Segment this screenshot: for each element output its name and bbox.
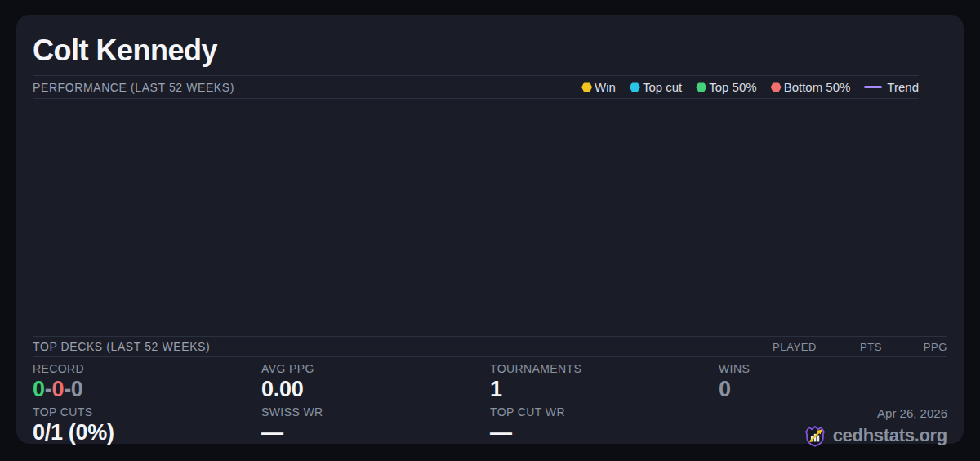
stat-top-cuts-label: TOP CUTS bbox=[33, 405, 261, 418]
performance-section-header: PERFORMANCE (LAST 52 WEEKS) Win Top cut … bbox=[33, 75, 919, 99]
card-date: Apr 26, 2026 bbox=[877, 406, 947, 420]
column-header-pts: PTS bbox=[817, 341, 882, 353]
column-header-ppg: PPG bbox=[882, 341, 947, 353]
performance-chart bbox=[33, 99, 947, 336]
stat-wins-label: WINS bbox=[719, 362, 947, 375]
legend-item-trend: Trend bbox=[864, 80, 919, 94]
brand-name: cedhstats.org bbox=[833, 425, 947, 446]
record-draws: 0 bbox=[71, 377, 83, 401]
stat-swiss-wr: SWISS WR — bbox=[261, 405, 490, 448]
legend-label-win: Win bbox=[595, 80, 616, 94]
stat-tournaments: TOURNAMENTS 1 bbox=[490, 362, 719, 405]
record-losses: 0 bbox=[51, 377, 64, 401]
player-name: Colt Kennedy bbox=[33, 33, 947, 68]
stat-avg-ppg-value: 0.00 bbox=[261, 377, 490, 402]
stat-record: RECORD 0-0-0 bbox=[33, 362, 261, 405]
legend-item-top-cut: Top cut bbox=[630, 80, 682, 94]
bottom-50-marker-icon bbox=[771, 82, 782, 92]
stat-record-label: RECORD bbox=[33, 362, 261, 375]
footer-branding: Apr 26, 2026 cedhstats.org bbox=[719, 405, 947, 448]
legend-item-top-50: Top 50% bbox=[696, 80, 756, 94]
legend-item-win: Win bbox=[581, 80, 616, 94]
top-50-marker-icon bbox=[696, 82, 706, 92]
cedhstats-shield-logo-icon bbox=[804, 424, 826, 447]
stat-swiss-wr-label: SWISS WR bbox=[261, 405, 490, 418]
stat-avg-ppg-label: AVG PPG bbox=[261, 362, 490, 375]
stat-wins-value: 0 bbox=[719, 377, 947, 402]
chart-legend: Win Top cut Top 50% Bottom 50% Trend bbox=[581, 80, 919, 94]
legend-label-top-50: Top 50% bbox=[709, 80, 756, 94]
top-cut-marker-icon bbox=[630, 82, 640, 92]
stat-swiss-wr-value: — bbox=[261, 420, 490, 445]
legend-label-bottom-50: Bottom 50% bbox=[784, 80, 851, 94]
legend-label-trend: Trend bbox=[887, 80, 919, 94]
player-stats-card: Colt Kennedy PERFORMANCE (LAST 52 WEEKS)… bbox=[16, 15, 964, 444]
trend-line-icon bbox=[864, 86, 882, 88]
stat-top-cuts: TOP CUTS 0/1 (0%) bbox=[33, 405, 261, 448]
stat-top-cut-wr-value: — bbox=[490, 420, 719, 445]
record-separator: - bbox=[64, 377, 71, 401]
performance-section-title: PERFORMANCE (LAST 52 WEEKS) bbox=[33, 81, 234, 94]
stat-top-cut-wr-label: TOP CUT WR bbox=[490, 405, 719, 418]
stat-tournaments-label: TOURNAMENTS bbox=[490, 362, 719, 375]
stat-tournaments-value: 1 bbox=[490, 377, 719, 402]
legend-label-top-cut: Top cut bbox=[643, 80, 682, 94]
win-marker-icon bbox=[581, 82, 592, 92]
stat-top-cut-wr: TOP CUT WR — bbox=[490, 405, 719, 448]
top-decks-section-title: TOP DECKS (LAST 52 WEEKS) bbox=[33, 340, 751, 353]
record-wins: 0 bbox=[33, 377, 45, 401]
stat-record-value: 0-0-0 bbox=[33, 377, 261, 402]
stat-top-cuts-value: 0/1 (0%) bbox=[33, 420, 261, 445]
stat-wins: WINS 0 bbox=[719, 362, 947, 405]
brand-row: cedhstats.org bbox=[804, 424, 947, 447]
stats-grid: RECORD 0-0-0 AVG PPG 0.00 TOURNAMENTS 1 … bbox=[33, 362, 947, 448]
legend-item-bottom-50: Bottom 50% bbox=[771, 80, 851, 94]
top-decks-section-header: TOP DECKS (LAST 52 WEEKS) PLAYED PTS PPG bbox=[33, 336, 947, 357]
stat-avg-ppg: AVG PPG 0.00 bbox=[261, 362, 490, 405]
column-header-played: PLAYED bbox=[751, 341, 817, 353]
